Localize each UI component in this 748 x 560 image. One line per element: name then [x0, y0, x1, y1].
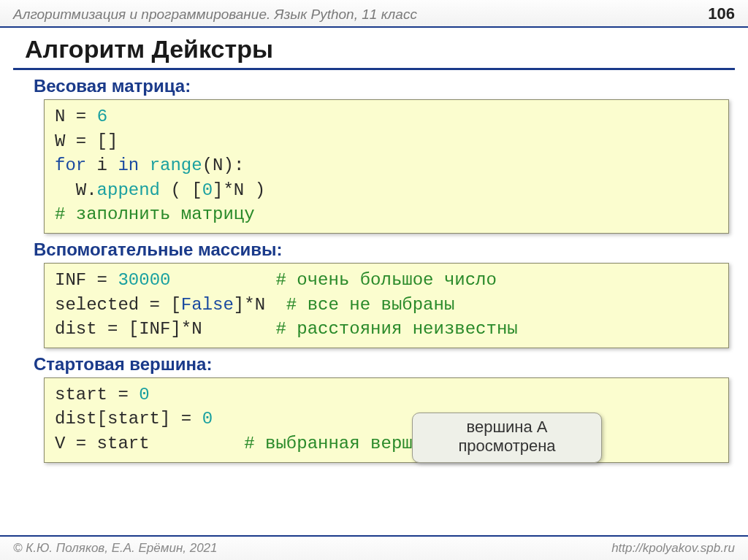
section-start-vertex: Стартовая вершина:: [34, 354, 748, 375]
title-underline: [13, 68, 735, 70]
code-line: INF = 30000 # очень большое число: [55, 270, 497, 290]
callout-line: просмотрена: [420, 437, 594, 456]
code-block-3: start = 0 dist[start] = 0 V = start # вы…: [44, 377, 729, 463]
slide-footer: © К.Ю. Поляков, Е.А. Ерёмин, 2021 http:/…: [0, 535, 748, 560]
code-line: selected = [False]*N # все не выбраны: [55, 295, 454, 315]
page-number: 106: [708, 4, 735, 23]
code-line: for i in range(N):: [55, 156, 244, 175]
slide-title: Алгоритм Дейкстры: [25, 35, 748, 64]
section-weight-matrix: Весовая матрица:: [34, 76, 748, 96]
footer-copyright: © К.Ю. Поляков, Е.А. Ерёмин, 2021: [13, 541, 218, 556]
code-block-1: N = 6 W = [] for i in range(N): W.append…: [44, 99, 729, 234]
callout-line: вершина A: [420, 418, 594, 437]
code-line: W.append ( [0]*N ): [55, 180, 265, 200]
code-block-2: INF = 30000 # очень большое число select…: [44, 263, 729, 348]
code-line: dist = [INF]*N # расстояния неизвестны: [55, 319, 518, 339]
callout-vertex-a: вершина A просмотрена: [412, 413, 602, 463]
code-line: # заполнить матрицу: [55, 204, 255, 224]
slide-header: Алгоритмизация и программирование. Язык …: [0, 0, 748, 28]
header-subject: Алгоритмизация и программирование. Язык …: [13, 7, 417, 23]
code-line: N = 6: [55, 107, 107, 126]
code-line: start = 0: [55, 385, 150, 404]
code-line: dist[start] = 0: [55, 409, 213, 429]
section-aux-arrays: Вспомогательные массивы:: [34, 239, 748, 260]
footer-url: http://kpolyakov.spb.ru: [611, 541, 735, 556]
code-line: W = []: [55, 131, 118, 151]
code-line: V = start # выбранная вершина: [55, 434, 444, 453]
